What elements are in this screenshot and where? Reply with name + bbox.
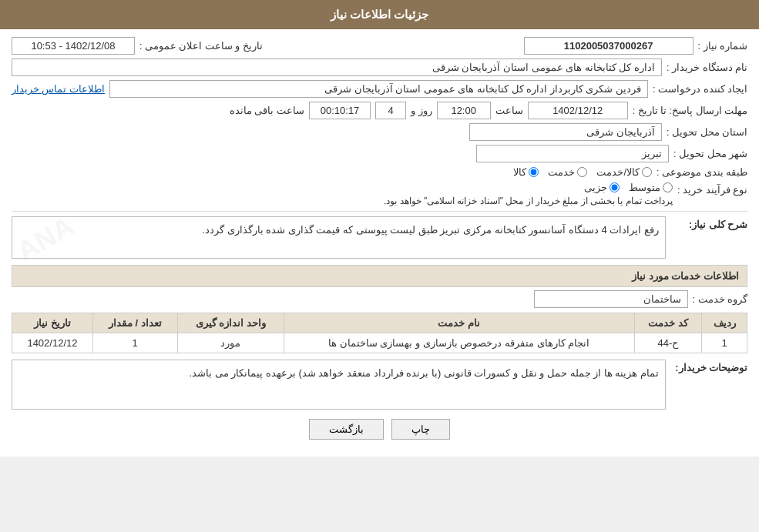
city-label: شهر محل تحویل : xyxy=(673,148,747,159)
page-title: جزئیات اطلاعات نیاز xyxy=(331,8,428,21)
buyer-notes-label: توضیحات خریدار: xyxy=(670,360,747,373)
deadline-label: مهلت ارسال پاسخ: تا تاریخ : xyxy=(633,105,747,116)
service-group-label: گروه خدمت : xyxy=(693,293,747,305)
description-value: رفع ایرادات 4 دستگاه آسانسور کتابخانه مر… xyxy=(12,216,666,259)
buyer-org-value: اداره کل کتابخانه های عمومی استان آذربای… xyxy=(432,62,655,73)
category-label: طبقه بندی موضوعی : xyxy=(657,166,747,178)
deadline-days: 4 xyxy=(388,105,393,116)
col-unit: واحد اندازه گیری xyxy=(177,313,284,333)
cell-unit: مورد xyxy=(177,333,284,353)
category-option-goods-only[interactable]: کالا xyxy=(513,166,539,178)
cell-row: 1 xyxy=(702,333,747,353)
purchase-type-label: نوع فرآیند خرید : xyxy=(677,182,747,196)
bottom-buttons: چاپ بازگشت xyxy=(12,410,747,449)
purchase-type-medium[interactable]: متوسط xyxy=(629,182,673,193)
cell-quantity: 1 xyxy=(92,333,177,353)
buyer-org-label: نام دستگاه خریدار : xyxy=(667,62,747,73)
province-value: آذربایجان شرقی xyxy=(586,126,655,138)
col-quantity: تعداد / مقدار xyxy=(92,313,177,333)
services-table-body: 1 ح-44 انجام کارهای متفرقه درخصوص بازساز… xyxy=(12,333,747,353)
services-section-header: اطلاعات خدمات مورد نیاز xyxy=(12,265,747,287)
header-row: ردیف کد خدمت نام خدمت واحد اندازه گیری ت… xyxy=(12,313,747,333)
purchase-type-minor[interactable]: جزیی xyxy=(584,182,620,193)
divider-1 xyxy=(12,211,747,212)
contact-link[interactable]: اطلاعات تماس خریدار xyxy=(12,83,105,95)
city-value: تبریز xyxy=(642,148,662,159)
cell-name: انجام کارهای متفرقه درخصوص بازسازی و بهس… xyxy=(284,333,634,353)
deadline-remaining-label: ساعت باقی مانده xyxy=(230,105,304,116)
province-label: استان محل تحویل : xyxy=(667,126,747,138)
need-number-value: 1102005037000267 xyxy=(564,40,653,52)
need-number-label: شماره نیاز : xyxy=(698,40,747,52)
deadline-time: 12:00 xyxy=(451,105,476,116)
col-code: کد خدمت xyxy=(634,313,702,333)
services-table-header: ردیف کد خدمت نام خدمت واحد اندازه گیری ت… xyxy=(12,313,747,333)
back-button[interactable]: بازگشت xyxy=(309,419,384,440)
category-option-goods[interactable]: کالا/خدمت xyxy=(596,166,652,178)
announce-value: 1402/12/08 - 10:53 xyxy=(31,40,115,52)
content-area: شماره نیاز : 1102005037000267 تاریخ و سا… xyxy=(0,29,759,457)
table-row: 1 ح-44 انجام کارهای متفرقه درخصوص بازساز… xyxy=(12,333,747,353)
col-name: نام خدمت xyxy=(284,313,634,333)
creator-value: فردین شکری کاربرداز اداره کل کتابخانه ها… xyxy=(324,83,641,95)
service-group-value: ساختمان xyxy=(643,293,681,305)
col-row: ردیف xyxy=(702,313,747,333)
cell-date: 1402/12/12 xyxy=(12,333,93,353)
category-option-service[interactable]: خدمت xyxy=(548,166,587,178)
announce-label: تاریخ و ساعت اعلان عمومی : xyxy=(139,40,263,52)
deadline-date: 1402/12/12 xyxy=(552,105,603,116)
purchase-type-note: پرداخت تمام یا بخشی از مبلغ خریدار از مح… xyxy=(384,196,673,206)
creator-label: ایجاد کننده درخواست : xyxy=(653,83,747,95)
description-label: شرح کلی نیاز: xyxy=(670,216,747,230)
col-date: تاریخ نیاز xyxy=(12,313,93,333)
cell-code: ح-44 xyxy=(634,333,702,353)
page-container: جزئیات اطلاعات نیاز شماره نیاز : 1102005… xyxy=(0,0,759,457)
print-button[interactable]: چاپ xyxy=(391,419,450,440)
deadline-time-label: ساعت xyxy=(495,105,523,116)
services-table: ردیف کد خدمت نام خدمت واحد اندازه گیری ت… xyxy=(12,313,747,353)
deadline-days-label: روز و xyxy=(411,105,432,116)
buyer-notes-value: تمام هزینه ها از جمله حمل و نقل و کسورات… xyxy=(12,360,666,410)
page-header: جزئیات اطلاعات نیاز xyxy=(0,0,759,29)
deadline-remaining: 00:10:17 xyxy=(321,105,360,116)
